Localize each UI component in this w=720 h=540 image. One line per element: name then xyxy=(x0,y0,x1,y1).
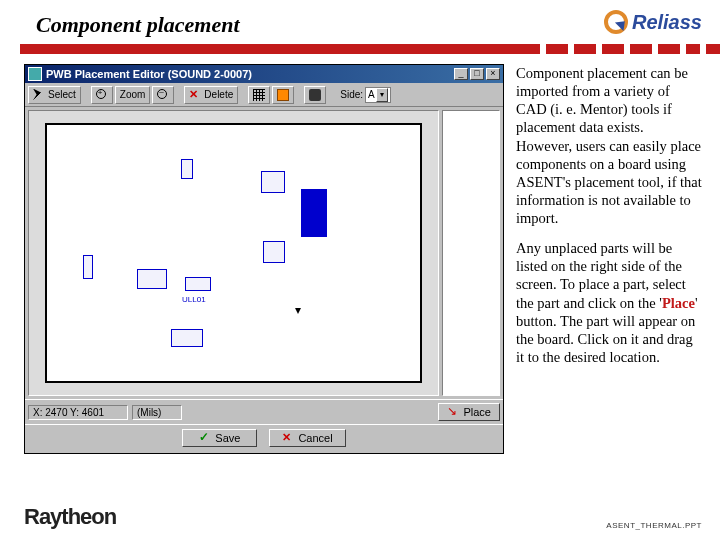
board-canvas[interactable]: ULL01 ▾ xyxy=(28,110,439,396)
delete-label: Delete xyxy=(204,89,233,100)
component[interactable] xyxy=(83,255,93,279)
check-icon: ✓ xyxy=(199,432,211,444)
component-label: ULL01 xyxy=(182,295,206,304)
cancel-button[interactable]: ✕ Cancel xyxy=(269,429,345,447)
cancel-x-icon: ✕ xyxy=(282,432,294,444)
window-titlebar: PWB Placement Editor (SOUND 2-0007) _ □ … xyxy=(25,65,503,83)
app-icon xyxy=(28,67,42,81)
pointer-icon xyxy=(33,89,45,101)
action-row: ✓ Save ✕ Cancel xyxy=(25,424,503,453)
zoom-button[interactable]: Zoom xyxy=(115,86,151,104)
board-outline: ULL01 ▾ xyxy=(45,123,422,383)
zoom-out-icon xyxy=(157,89,169,101)
delete-button[interactable]: ✕ Delete xyxy=(184,86,238,104)
component[interactable] xyxy=(185,277,211,291)
component[interactable] xyxy=(137,269,167,289)
status-x: X: 2470 Y: 4601 xyxy=(28,405,128,420)
component[interactable] xyxy=(261,171,285,193)
find-button[interactable] xyxy=(304,86,326,104)
zoom-out-button[interactable] xyxy=(152,86,174,104)
toolbar: Select Zoom ✕ Delete Side: A ▾ xyxy=(25,83,503,107)
minimize-button[interactable]: _ xyxy=(454,68,468,80)
brand-logo-text: Reliass xyxy=(632,11,702,34)
paragraph-1: Component placement can be imported from… xyxy=(516,64,702,227)
pwb-editor-window: PWB Placement Editor (SOUND 2-0007) _ □ … xyxy=(24,64,504,454)
place-icon: ↘ xyxy=(447,406,459,418)
side-value: A xyxy=(368,89,375,100)
status-units: (Mils) xyxy=(132,405,182,420)
component[interactable] xyxy=(181,159,193,179)
side-select[interactable]: A ▾ xyxy=(365,87,391,103)
brand-logo: Reliass xyxy=(604,10,702,34)
status-bar: X: 2470 Y: 4601 (Mils) ↘ Place xyxy=(25,399,503,424)
slide-title: Component placement xyxy=(36,12,240,38)
select-button[interactable]: Select xyxy=(28,86,81,104)
grid-icon xyxy=(253,89,265,101)
paragraph-2: Any unplaced parts will be listed on the… xyxy=(516,239,702,366)
place-button[interactable]: ↘ Place xyxy=(438,403,500,421)
workspace: ULL01 ▾ xyxy=(25,107,503,399)
save-button[interactable]: ✓ Save xyxy=(182,429,257,447)
component[interactable] xyxy=(301,189,327,237)
place-keyword: Place xyxy=(662,295,695,311)
side-label: Side: xyxy=(340,89,363,100)
grid-button[interactable] xyxy=(248,86,270,104)
save-button-label: Save xyxy=(215,432,240,444)
place-button-label: Place xyxy=(463,406,491,418)
layers-icon xyxy=(277,89,289,101)
chevron-down-icon: ▾ xyxy=(376,88,388,102)
zoom-in-button[interactable] xyxy=(91,86,113,104)
brand-logo-icon xyxy=(604,10,628,34)
footer-filename: ASENT_THERMAL.PPT xyxy=(606,521,702,530)
component[interactable] xyxy=(171,329,203,347)
x-icon: ✕ xyxy=(189,89,201,101)
select-label: Select xyxy=(48,89,76,100)
divider-bar xyxy=(20,44,720,54)
layers-button[interactable] xyxy=(272,86,294,104)
zoom-in-icon xyxy=(96,89,108,101)
cursor-icon: ▾ xyxy=(295,303,301,317)
zoom-label: Zoom xyxy=(120,89,146,100)
body-text: Component placement can be imported from… xyxy=(516,64,702,514)
maximize-button[interactable]: □ xyxy=(470,68,484,80)
cancel-button-label: Cancel xyxy=(298,432,332,444)
unplaced-parts-list[interactable] xyxy=(442,110,500,396)
window-title: PWB Placement Editor (SOUND 2-0007) xyxy=(46,68,452,80)
raytheon-logo: Raytheon xyxy=(24,504,116,530)
component[interactable] xyxy=(263,241,285,263)
binoculars-icon xyxy=(309,89,321,101)
close-button[interactable]: × xyxy=(486,68,500,80)
